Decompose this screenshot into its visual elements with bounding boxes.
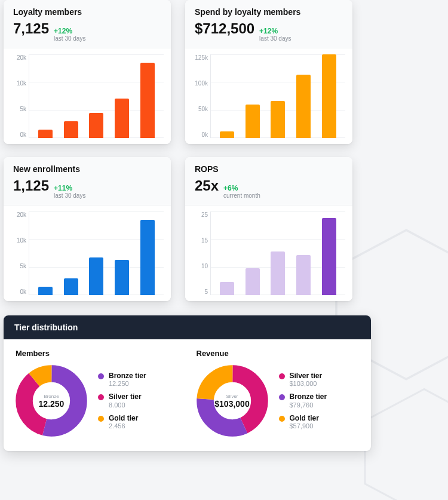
card-head: New enrollments1,125+11%last 30 days — [4, 157, 171, 205]
metric-value: 25x — [195, 177, 219, 194]
legend-swatch — [279, 416, 285, 422]
metric-delta-box: +11%last 30 days — [54, 184, 85, 199]
bar — [296, 75, 311, 138]
legend-name: Silver tier — [109, 393, 142, 401]
card-metric: 1,125+11%last 30 days — [13, 177, 161, 199]
metric-value: 1,125 — [13, 177, 49, 194]
card-title: ROPS — [195, 164, 343, 174]
y-axis: 2515105 — [192, 211, 210, 295]
legend-text: Gold tier$57,900 — [290, 415, 319, 430]
y-tick: 0k — [192, 131, 208, 138]
legend-swatch — [98, 394, 104, 400]
legend-item: Silver tier$103,000 — [279, 372, 327, 387]
legend: Bronze tier12.250Silver tier8.000Gold ti… — [98, 372, 146, 430]
metric-delta-box: +6%current month — [223, 184, 260, 199]
legend-swatch — [279, 373, 285, 379]
card-head: Loyalty members7,125+12%last 30 days — [4, 0, 171, 48]
bar — [220, 282, 234, 295]
plot-area — [29, 211, 164, 295]
card-metric: 25x+6%current month — [195, 177, 343, 199]
legend-item: Gold tier2.456 — [98, 415, 146, 430]
legend-value: 12.250 — [109, 380, 146, 387]
donut-center: Silver$103,000 — [197, 365, 268, 437]
card-new-enrollments: New enrollments1,125+11%last 30 days20k1… — [4, 157, 171, 301]
tier-block: MembersBronze12.250Bronze tier12.250Silv… — [16, 349, 179, 437]
metric-period: last 30 days — [259, 35, 291, 42]
card-rops: ROPS25x+6%current month2515105 — [185, 157, 352, 301]
legend-text: Bronze tier$79,760 — [290, 393, 327, 408]
bar-chart: 125k100k50k0k — [192, 54, 345, 138]
metric-delta-box: +12%last 30 days — [259, 27, 291, 42]
donut-row: Silver$103,000Silver tier$103,000Bronze … — [197, 365, 360, 437]
donut-row: Bronze12.250Bronze tier12.250Silver tier… — [16, 365, 179, 437]
bar-chart: 2515105 — [192, 211, 345, 295]
legend-name: Gold tier — [109, 415, 138, 422]
legend-name: Gold tier — [290, 415, 319, 422]
y-tick: 20k — [11, 211, 26, 218]
bar — [271, 251, 285, 295]
bar — [38, 130, 53, 138]
legend: Silver tier$103,000Bronze tier$79,760Gol… — [279, 372, 327, 430]
y-tick: 5k — [11, 106, 26, 112]
tier-title: Tier distribution — [4, 315, 371, 339]
plot-area — [29, 54, 164, 138]
card-head: Spend by loyalty members$712,500+12%last… — [185, 0, 352, 48]
metric-value: $712,500 — [195, 20, 254, 37]
tier-body: MembersBronze12.250Bronze tier12.250Silv… — [4, 339, 371, 451]
bar-chart: 20k10k5k0k — [11, 211, 164, 295]
bar — [271, 101, 285, 138]
legend-value: $79,760 — [290, 401, 327, 409]
metric-delta: +6% — [223, 184, 260, 192]
bar — [38, 287, 53, 295]
card-title: New enrollments — [13, 164, 161, 174]
legend-text: Silver tier$103,000 — [290, 372, 323, 387]
bar — [89, 113, 103, 138]
y-axis: 125k100k50k0k — [192, 54, 210, 138]
y-tick: 5k — [11, 263, 26, 269]
legend-swatch — [98, 373, 104, 379]
legend-value: 8.000 — [109, 401, 142, 409]
legend-swatch — [98, 416, 104, 422]
y-tick: 5 — [192, 289, 208, 295]
card-head: ROPS25x+6%current month — [185, 157, 352, 205]
metric-delta-box: +12%last 30 days — [54, 27, 85, 42]
legend-name: Bronze tier — [109, 372, 146, 380]
tier-block-title: Revenue — [197, 349, 360, 358]
donut-chart: Bronze12.250 — [16, 365, 87, 437]
legend-name: Silver tier — [290, 372, 323, 380]
chart-area: 125k100k50k0k — [185, 48, 352, 144]
y-tick: 0k — [11, 131, 26, 138]
y-tick: 25 — [192, 211, 208, 218]
chart-area: 2515105 — [185, 205, 352, 301]
bar — [140, 63, 155, 138]
y-tick: 15 — [192, 237, 208, 244]
tier-block-title: Members — [16, 349, 179, 358]
legend-text: Bronze tier12.250 — [109, 372, 146, 387]
donut-center-sub: Bronze — [44, 394, 59, 399]
bar — [322, 54, 336, 138]
y-tick: 20k — [11, 54, 26, 61]
y-axis: 20k10k5k0k — [11, 54, 29, 138]
card-metric: 7,125+12%last 30 days — [13, 20, 161, 42]
y-tick: 10k — [11, 80, 26, 87]
legend-item: Bronze tier12.250 — [98, 372, 146, 387]
card-title: Spend by loyalty members — [195, 7, 343, 17]
bar — [89, 257, 103, 295]
legend-value: $57,900 — [290, 422, 319, 430]
plot-area — [210, 211, 345, 295]
y-tick: 50k — [192, 106, 208, 112]
legend-text: Silver tier8.000 — [109, 393, 142, 408]
card-title: Loyalty members — [13, 7, 161, 17]
bar — [246, 105, 260, 138]
y-tick: 10k — [11, 237, 26, 244]
chart-area: 20k10k5k0k — [4, 205, 171, 301]
bar-chart: 20k10k5k0k — [11, 54, 164, 138]
metric-delta: +12% — [54, 27, 85, 35]
donut-center-sub: Silver — [226, 394, 238, 399]
bars — [211, 54, 345, 138]
metric-value: 7,125 — [13, 20, 49, 37]
legend-value: 2.456 — [109, 422, 138, 430]
chart-area: 20k10k5k0k — [4, 48, 171, 144]
card-loyalty-members: Loyalty members7,125+12%last 30 days20k1… — [4, 0, 171, 144]
bar — [220, 131, 234, 138]
